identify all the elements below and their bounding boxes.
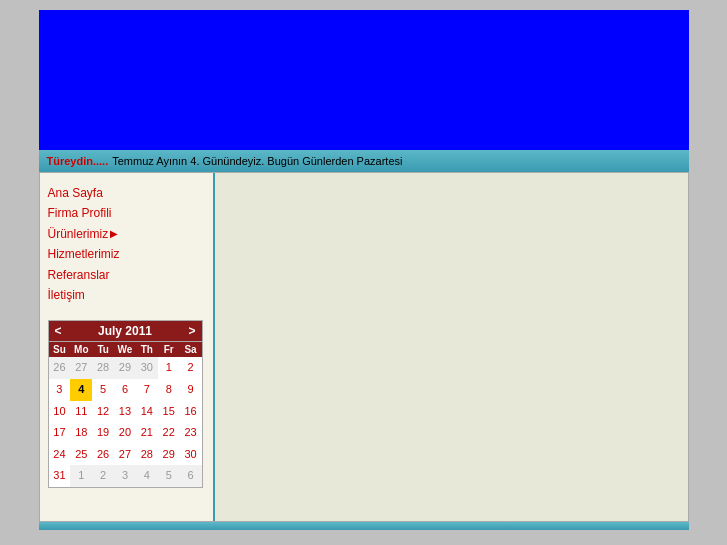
- calendar-cell[interactable]: 29: [158, 444, 180, 466]
- calendar-cell: 27: [70, 357, 92, 379]
- calendar-cell: 4: [136, 465, 158, 487]
- calendar-day-header-we: We: [114, 342, 136, 357]
- nav-arrow-icon: ▶: [110, 225, 118, 242]
- calendar-cell[interactable]: 11: [70, 401, 92, 423]
- calendar-cell[interactable]: 1: [158, 357, 180, 379]
- calendar-cell[interactable]: 31: [49, 465, 71, 487]
- calendar-next-button[interactable]: >: [188, 324, 195, 338]
- calendar-cell: 28: [92, 357, 114, 379]
- calendar-cell[interactable]: 8: [158, 379, 180, 401]
- calendar-cell[interactable]: 16: [180, 401, 202, 423]
- nav-item-ana-sayfa[interactable]: Ana Sayfa: [48, 183, 205, 203]
- calendar-cell[interactable]: 27: [114, 444, 136, 466]
- main-content: Ana SayfaFirma ProfiliÜrünlerimiz▶Hizmet…: [39, 172, 689, 522]
- calendar-cell: 30: [136, 357, 158, 379]
- calendar-cell: 6: [180, 465, 202, 487]
- calendar-cell[interactable]: 15: [158, 401, 180, 423]
- calendar-days-header: SuMoTuWeThFrSa: [49, 341, 202, 357]
- content-area: [215, 173, 688, 521]
- calendar-cell[interactable]: 4: [70, 379, 92, 401]
- calendar-day-header-sa: Sa: [180, 342, 202, 357]
- calendar-day-header-mo: Mo: [70, 342, 92, 357]
- calendar-cell[interactable]: 7: [136, 379, 158, 401]
- nav-item-referanslar[interactable]: Referanslar: [48, 265, 205, 285]
- calendar-cell: 2: [92, 465, 114, 487]
- ticker-message: Temmuz Ayının 4. Günündeyiz. Bugün Günle…: [112, 155, 402, 167]
- calendar-cell[interactable]: 12: [92, 401, 114, 423]
- calendar-cell[interactable]: 3: [49, 379, 71, 401]
- calendar-cell[interactable]: 13: [114, 401, 136, 423]
- calendar-cell[interactable]: 20: [114, 422, 136, 444]
- nav-item-firma-profili[interactable]: Firma Profili: [48, 203, 205, 223]
- calendar: < July 2011 > SuMoTuWeThFrSa 26272829301…: [48, 320, 203, 488]
- calendar-cell[interactable]: 17: [49, 422, 71, 444]
- calendar-cell: 26: [49, 357, 71, 379]
- calendar-cell[interactable]: 28: [136, 444, 158, 466]
- nav-item-iletisim[interactable]: İletişim: [48, 285, 205, 305]
- calendar-cell: 5: [158, 465, 180, 487]
- calendar-cell: 29: [114, 357, 136, 379]
- app-wrapper: Türeydin..... Temmuz Ayının 4. Günündeyi…: [39, 10, 689, 530]
- calendar-day-header-th: Th: [136, 342, 158, 357]
- calendar-cell[interactable]: 24: [49, 444, 71, 466]
- calendar-cell[interactable]: 23: [180, 422, 202, 444]
- calendar-day-header-fr: Fr: [158, 342, 180, 357]
- nav-item-urunlerimiz[interactable]: Ürünlerimiz▶: [48, 224, 205, 244]
- calendar-day-header-tu: Tu: [92, 342, 114, 357]
- ticker-label: Türeydin.....: [47, 155, 109, 167]
- footer-bar: [39, 522, 689, 530]
- ticker-bar: Türeydin..... Temmuz Ayının 4. Günündeyi…: [39, 150, 689, 172]
- calendar-cell: 3: [114, 465, 136, 487]
- nav-menu: Ana SayfaFirma ProfiliÜrünlerimiz▶Hizmet…: [48, 183, 205, 305]
- calendar-cell[interactable]: 5: [92, 379, 114, 401]
- calendar-cell[interactable]: 14: [136, 401, 158, 423]
- calendar-grid: 2627282930123456789101112131415161718192…: [49, 357, 202, 487]
- calendar-cell[interactable]: 18: [70, 422, 92, 444]
- calendar-cell[interactable]: 6: [114, 379, 136, 401]
- calendar-cell: 1: [70, 465, 92, 487]
- header-banner: [39, 10, 689, 150]
- calendar-cell[interactable]: 22: [158, 422, 180, 444]
- calendar-title: July 2011: [98, 324, 152, 338]
- calendar-cell[interactable]: 2: [180, 357, 202, 379]
- calendar-cell[interactable]: 9: [180, 379, 202, 401]
- calendar-header: < July 2011 >: [49, 321, 202, 341]
- calendar-cell[interactable]: 10: [49, 401, 71, 423]
- calendar-prev-button[interactable]: <: [55, 324, 62, 338]
- calendar-cell[interactable]: 26: [92, 444, 114, 466]
- calendar-cell[interactable]: 30: [180, 444, 202, 466]
- calendar-cell[interactable]: 25: [70, 444, 92, 466]
- calendar-cell[interactable]: 21: [136, 422, 158, 444]
- calendar-day-header-su: Su: [49, 342, 71, 357]
- nav-item-hizmetlerimiz[interactable]: Hizmetlerimiz: [48, 244, 205, 264]
- sidebar: Ana SayfaFirma ProfiliÜrünlerimiz▶Hizmet…: [40, 173, 215, 521]
- calendar-cell[interactable]: 19: [92, 422, 114, 444]
